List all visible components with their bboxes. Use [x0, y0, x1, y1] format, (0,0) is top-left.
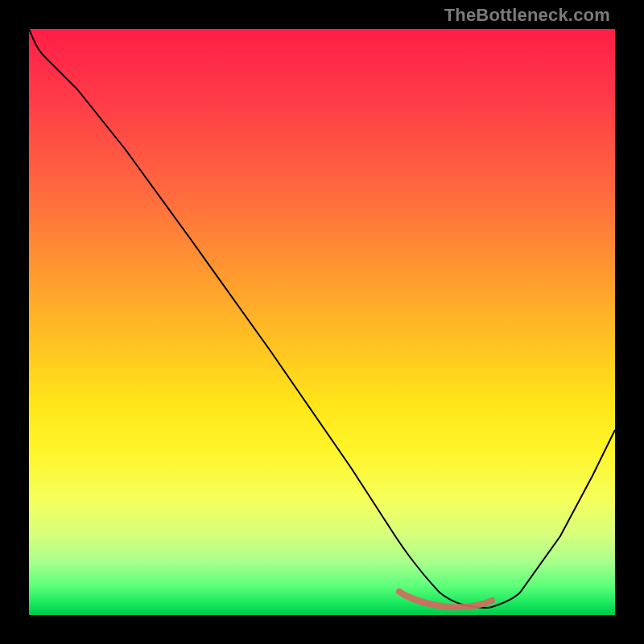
chart-stage: TheBottleneck.com	[0, 0, 644, 644]
plot-area	[29, 29, 615, 615]
optimal-range-marker	[29, 29, 615, 615]
brand-watermark: TheBottleneck.com	[444, 5, 610, 26]
optimal-range-path	[399, 592, 492, 607]
